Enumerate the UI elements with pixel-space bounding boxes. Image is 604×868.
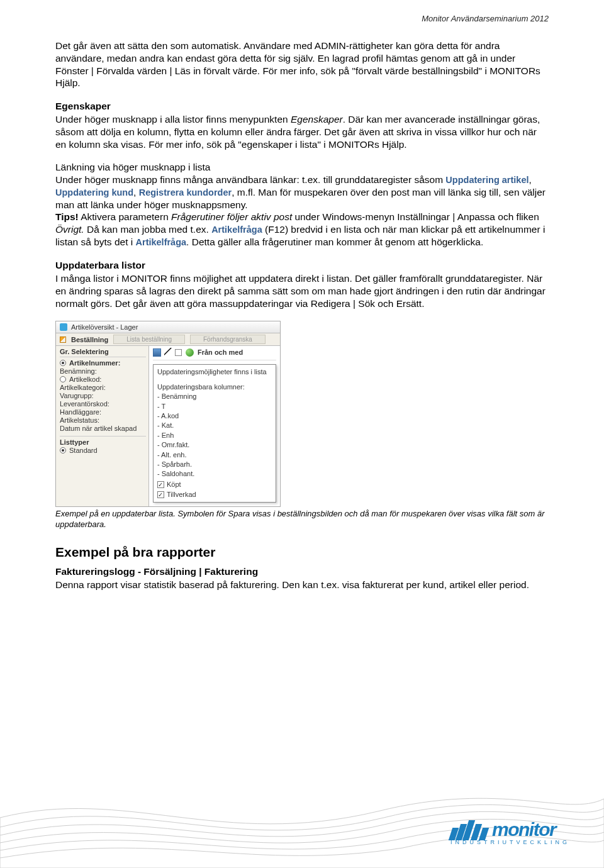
label-tillverkad: Tillverkad bbox=[167, 490, 196, 499]
listtyper-head: Listtyper bbox=[60, 436, 146, 446]
col: - Enh bbox=[157, 431, 272, 440]
toolbar-row: Beställning Lista beställning Förhandsgr… bbox=[56, 333, 280, 346]
col: - Omr.fakt. bbox=[157, 440, 272, 450]
heading-reports: Exempel på bra rapporter bbox=[55, 545, 549, 560]
selektering-head: Gr. Selektering bbox=[60, 348, 146, 357]
window-titlebar: Artikelöversikt - Lager bbox=[56, 321, 280, 333]
link-artikelfraga-2[interactable]: Artikelfråga bbox=[136, 237, 187, 247]
t: Då kan man jobba med t.ex. bbox=[84, 224, 211, 235]
param-name: Frågerutiner följer aktiv post bbox=[171, 211, 292, 222]
para-intro: Det går även att sätta den som automatis… bbox=[55, 40, 549, 89]
checkbox-kopt[interactable] bbox=[157, 481, 164, 488]
right-panel: Från och med Uppdateringsmöjligheter fin… bbox=[149, 346, 280, 506]
logo-word: monitor bbox=[492, 819, 556, 840]
para-uppdaterbara: I många listor i MONITOR finns möjlighet… bbox=[55, 272, 549, 309]
col: - Kat. bbox=[157, 421, 272, 430]
radio-artikelnummer[interactable] bbox=[60, 360, 66, 366]
para-reports: Denna rapport visar statistik baserad på… bbox=[55, 579, 549, 591]
label-datum: Datum när artikel skapad bbox=[60, 425, 137, 432]
link-uppdatering-artikel[interactable]: Uppdatering artikel bbox=[445, 175, 528, 185]
t: , bbox=[133, 187, 139, 198]
label-varugrupp: Varugrupp: bbox=[60, 392, 94, 399]
para-tips: Tips! Aktivera parametern Frågerutiner f… bbox=[55, 211, 549, 248]
t: under Windows-menyn Inställningar | Anpa… bbox=[292, 211, 539, 222]
tooltip: Uppdateringsmöjligheter finns i lista Up… bbox=[153, 364, 276, 503]
window-title: Artikelöversikt - Lager bbox=[71, 323, 138, 331]
page-header: Monitor Användarseminarium 2012 bbox=[55, 14, 549, 23]
t: Aktivera parametern bbox=[79, 211, 171, 222]
cursor-icon bbox=[164, 347, 171, 357]
link-artikelfraga[interactable]: Artikelfråga bbox=[211, 225, 262, 235]
label-kopt: Köpt bbox=[167, 480, 181, 489]
para-lankning: Under höger musknapp finns många användb… bbox=[55, 174, 549, 211]
label-standard: Standard bbox=[69, 447, 98, 454]
right-toolbar: Från och med bbox=[153, 347, 276, 360]
text: Under höger musknapp i alla listor finns… bbox=[55, 114, 540, 150]
tooltip-head: Uppdateringsmöjligheter finns i lista bbox=[157, 367, 272, 377]
label-artikelkategori: Artikelkategori: bbox=[60, 384, 106, 391]
label-artikelkod: Artikelkod: bbox=[69, 376, 101, 383]
col: - Benämning bbox=[157, 392, 272, 401]
link-registrera-kundorder[interactable]: Registrera kundorder bbox=[139, 187, 232, 198]
t: . Detta gäller alla frågerutiner man kom… bbox=[186, 236, 483, 247]
background-waves bbox=[0, 723, 604, 868]
checkbox-icon[interactable] bbox=[175, 349, 182, 356]
col: - A.kod bbox=[157, 411, 272, 421]
refresh-icon[interactable] bbox=[186, 348, 194, 357]
save-icon[interactable] bbox=[153, 348, 161, 357]
tooltip-label: Uppdateringsbara kolumner: bbox=[157, 382, 272, 392]
expand-icon[interactable] bbox=[60, 337, 66, 343]
t: Under höger musknapp finns många användb… bbox=[55, 174, 445, 185]
heading-uppdaterbara: Uppdaterbara listor bbox=[55, 260, 549, 271]
tab-bestallning[interactable]: Beställning bbox=[71, 336, 108, 343]
heading-egenskaper: Egenskaper bbox=[55, 101, 549, 112]
label-handlaggare: Handläggare: bbox=[60, 408, 101, 416]
logo: monitor INDUSTRIUTVECKLING bbox=[450, 819, 570, 845]
link-uppdatering-kund[interactable]: Uppdatering kund bbox=[55, 187, 133, 198]
left-panel: Gr. Selektering Artikelnummer: Benämning… bbox=[56, 346, 149, 506]
radio-standard[interactable] bbox=[60, 447, 66, 453]
label-fran-och-med: Från och med bbox=[198, 348, 243, 356]
para-egenskaper: Under höger musknapp i alla listor finns… bbox=[55, 113, 549, 150]
label-artikelnummer: Artikelnummer: bbox=[69, 359, 120, 367]
button-lista[interactable]: Lista beställning bbox=[113, 335, 185, 344]
ovrigt: Övrigt. bbox=[55, 224, 84, 235]
col: - Alt. enh. bbox=[157, 450, 272, 460]
button-forhandsgranska[interactable]: Förhandsgranska bbox=[190, 335, 266, 344]
label-artikelstatus: Artikelstatus: bbox=[60, 416, 99, 424]
image-caption: Exempel på en uppdaterbar lista. Symbole… bbox=[55, 509, 549, 530]
label-benamning: Benämning: bbox=[60, 367, 97, 375]
label-leverantorskod: Leverantörskod: bbox=[60, 400, 109, 408]
col: - T bbox=[157, 402, 272, 411]
col: - Saldohant. bbox=[157, 469, 272, 479]
sub-faktureringslogg: Faktureringslogg - Försäljning | Fakture… bbox=[55, 566, 549, 577]
col: - Spårbarh. bbox=[157, 460, 272, 469]
logo-bars-icon bbox=[450, 819, 487, 840]
checkbox-tillverkad[interactable] bbox=[157, 491, 164, 498]
sub-lankning: Länkning via höger musknapp i lista bbox=[55, 161, 549, 174]
window-icon bbox=[60, 323, 67, 331]
radio-artikelkod[interactable] bbox=[60, 376, 66, 382]
tips-label: Tips! bbox=[55, 211, 79, 222]
t: , bbox=[529, 174, 532, 185]
embedded-screenshot: Artikelöversikt - Lager Beställning List… bbox=[55, 321, 281, 507]
